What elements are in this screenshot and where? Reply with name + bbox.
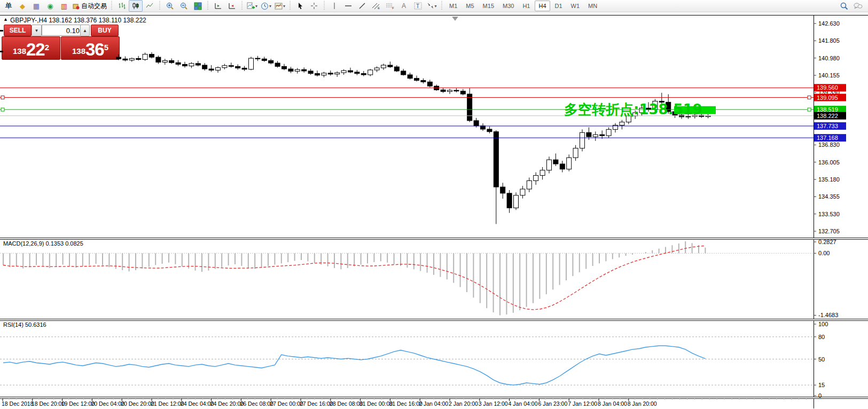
toolbar-separator xyxy=(159,1,160,11)
tile-windows-button[interactable] xyxy=(191,0,205,12)
navigator-icon[interactable]: ◉ xyxy=(43,0,57,12)
equidistant-channel-icon: E xyxy=(372,2,380,10)
buy-price-big: 36 xyxy=(85,41,104,58)
crosshair-icon xyxy=(310,2,318,10)
line-chart-icon xyxy=(146,2,153,10)
auto-scroll-button[interactable] xyxy=(211,0,225,12)
zoom-out-icon xyxy=(180,2,188,10)
line-chart-button[interactable] xyxy=(143,0,157,12)
zoom-out-button[interactable] xyxy=(177,0,191,12)
toolbar-separator xyxy=(111,1,112,11)
sell-button[interactable]: SELL xyxy=(4,25,32,36)
toolbar-separator xyxy=(290,1,291,11)
panel-separator-rsi[interactable] xyxy=(0,319,868,321)
symbol-info-text: GBPJPY-,H4 138.162 138.376 138.110 138.2… xyxy=(10,17,146,24)
toolbar: 单 ◆ ▦ ◉ ▥ 自动交易 ▾ ▾ ▾ E xyxy=(0,0,868,12)
chart-shift-button[interactable] xyxy=(225,0,239,12)
text-tool-button[interactable]: A xyxy=(397,0,411,12)
panel-edge-mark[interactable] xyxy=(0,30,3,32)
new-order-button[interactable]: 单 xyxy=(2,0,15,12)
one-click-trading-panel: SELL ▼ ▲ BUY 138 22 2 138 36 5 xyxy=(2,23,119,57)
volume-dropdown-button[interactable]: ▼ xyxy=(32,25,42,36)
horizontal-line-button[interactable] xyxy=(341,0,355,12)
rsi-label: RSI(14) 50.6316 xyxy=(3,321,46,328)
trendline-button[interactable] xyxy=(355,0,369,12)
toolbar-separator xyxy=(207,1,208,11)
toolbar-separator xyxy=(324,1,325,11)
templates-dropdown-arrow: ▾ xyxy=(283,4,285,9)
clock-icon xyxy=(261,2,269,10)
templates-icon xyxy=(275,2,283,10)
volume-up-button[interactable]: ▲ xyxy=(80,25,90,36)
collapse-arrow-icon[interactable]: ▲ xyxy=(3,17,8,24)
time-axis-border xyxy=(0,397,868,399)
candlestick-chart-button[interactable] xyxy=(129,0,143,12)
label-tool-icon: T xyxy=(414,2,422,10)
sell-price-sup: 2 xyxy=(45,37,49,58)
timeframe-button-M15[interactable]: M15 xyxy=(479,1,498,11)
vertical-line-button[interactable] xyxy=(327,0,341,12)
price-axis-border xyxy=(814,15,814,408)
sell-price-button[interactable]: 138 22 2 xyxy=(2,36,60,60)
horizontal-line-icon xyxy=(345,3,352,9)
buy-price-prefix: 138 xyxy=(72,44,85,58)
cursor-button[interactable] xyxy=(293,0,307,12)
arrows-tool-icon xyxy=(427,2,434,10)
macd-label: MACD(12,26,9) 0.1353 0.0825 xyxy=(3,240,83,247)
timeframe-button-M1[interactable]: M1 xyxy=(445,1,461,11)
buy-button[interactable]: BUY xyxy=(91,25,119,36)
bar-chart-button[interactable] xyxy=(115,0,129,12)
timeframe-button-M30[interactable]: M30 xyxy=(499,1,518,11)
panel-separator-macd[interactable] xyxy=(0,238,868,240)
indicators-button[interactable]: ▾ xyxy=(245,0,259,12)
toolbar-separator xyxy=(441,1,442,11)
fibonacci-button[interactable]: F xyxy=(383,0,397,12)
timeframe-button-M5[interactable]: M5 xyxy=(462,1,478,11)
auto-scroll-icon xyxy=(214,2,222,10)
volume-input[interactable] xyxy=(42,25,83,36)
zoom-in-icon xyxy=(166,2,174,10)
indicators-icon xyxy=(247,2,255,10)
arrows-dropdown-arrow: ▾ xyxy=(435,4,437,9)
chat-icon xyxy=(854,2,863,10)
mt4-terminal: { "toolbar": { "new_order_label": "单", "… xyxy=(0,0,868,409)
svg-text:T: T xyxy=(416,3,419,9)
zoom-in-button[interactable] xyxy=(163,0,177,12)
vertical-line-icon xyxy=(331,2,338,10)
panel-edge-mark[interactable] xyxy=(0,51,3,52)
timeframe-button-H1[interactable]: H1 xyxy=(519,1,534,11)
svg-text:F: F xyxy=(392,6,394,10)
buy-price-sup: 5 xyxy=(104,37,108,58)
terminal-icon[interactable]: ▥ xyxy=(57,0,71,12)
timeframe-button-D1[interactable]: D1 xyxy=(551,1,566,11)
chart-profile-icon[interactable]: ◆ xyxy=(15,0,29,12)
bar-chart-icon xyxy=(118,2,126,10)
symbol-header: ▲ GBPJPY-,H4 138.162 138.376 138.110 138… xyxy=(3,17,146,24)
chart-window xyxy=(0,15,868,409)
crosshair-button[interactable] xyxy=(307,0,321,12)
indicators-dropdown-arrow: ▾ xyxy=(255,4,257,9)
cursor-icon xyxy=(297,2,304,10)
buy-price-button[interactable]: 138 36 5 xyxy=(61,36,120,60)
market-watch-icon[interactable]: ▦ xyxy=(29,0,43,12)
fibonacci-icon: F xyxy=(386,2,394,10)
trendline-icon xyxy=(358,2,366,10)
svg-text:E: E xyxy=(378,6,380,10)
sell-price-prefix: 138 xyxy=(13,44,26,58)
search-button[interactable] xyxy=(837,0,851,12)
timeframe-button-H4[interactable]: H4 xyxy=(535,1,550,11)
equidistant-channel-button[interactable]: E xyxy=(369,0,383,12)
timeframe-button-W1[interactable]: W1 xyxy=(567,1,584,11)
chat-button[interactable] xyxy=(851,0,865,12)
autotrading-icon xyxy=(73,3,80,10)
timeframe-group: M1M5M15M30H1H4D1W1MN xyxy=(443,0,603,12)
search-icon xyxy=(840,2,848,10)
toolbar-separator xyxy=(241,1,243,11)
candlestick-chart-icon xyxy=(132,2,139,10)
periods-button[interactable]: ▾ xyxy=(259,0,273,12)
autotrading-button[interactable]: 自动交易 xyxy=(71,0,108,12)
arrows-tool-button[interactable]: ▾ xyxy=(425,0,439,12)
timeframe-button-MN[interactable]: MN xyxy=(584,1,601,11)
label-tool-button[interactable]: T xyxy=(411,0,425,12)
templates-button[interactable]: ▾ xyxy=(273,0,287,12)
